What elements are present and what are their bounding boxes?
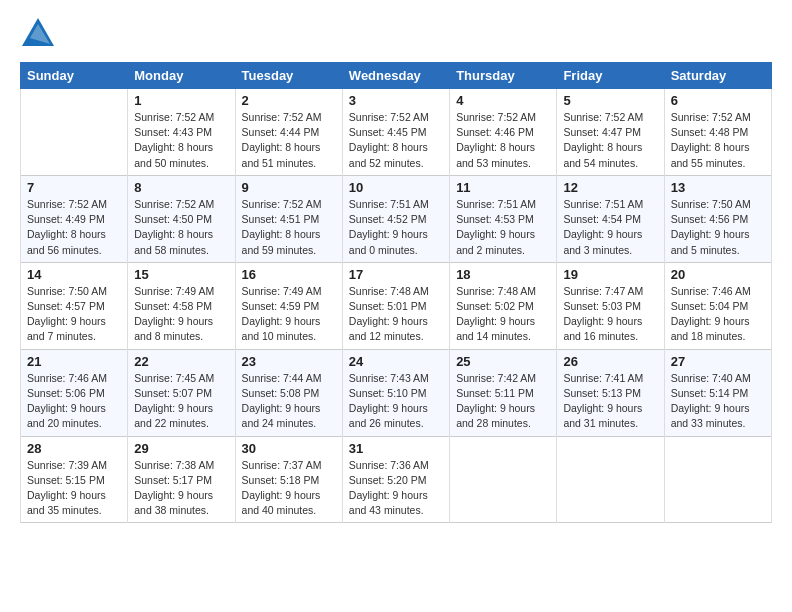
- day-info: Sunrise: 7:39 AMSunset: 5:15 PMDaylight:…: [27, 458, 121, 519]
- calendar-header: SundayMondayTuesdayWednesdayThursdayFrid…: [21, 63, 772, 89]
- day-info: Sunrise: 7:36 AMSunset: 5:20 PMDaylight:…: [349, 458, 443, 519]
- day-cell: 15Sunrise: 7:49 AMSunset: 4:58 PMDayligh…: [128, 262, 235, 349]
- day-info: Sunrise: 7:41 AMSunset: 5:13 PMDaylight:…: [563, 371, 657, 432]
- day-info: Sunrise: 7:44 AMSunset: 5:08 PMDaylight:…: [242, 371, 336, 432]
- day-number: 10: [349, 180, 443, 195]
- day-cell: 2Sunrise: 7:52 AMSunset: 4:44 PMDaylight…: [235, 89, 342, 176]
- calendar-table: SundayMondayTuesdayWednesdayThursdayFrid…: [20, 62, 772, 523]
- day-number: 8: [134, 180, 228, 195]
- day-number: 20: [671, 267, 765, 282]
- day-cell: 5Sunrise: 7:52 AMSunset: 4:47 PMDaylight…: [557, 89, 664, 176]
- week-row-4: 28Sunrise: 7:39 AMSunset: 5:15 PMDayligh…: [21, 436, 772, 523]
- day-number: 9: [242, 180, 336, 195]
- day-cell: 17Sunrise: 7:48 AMSunset: 5:01 PMDayligh…: [342, 262, 449, 349]
- day-cell: 9Sunrise: 7:52 AMSunset: 4:51 PMDaylight…: [235, 175, 342, 262]
- day-info: Sunrise: 7:46 AMSunset: 5:04 PMDaylight:…: [671, 284, 765, 345]
- day-cell: 1Sunrise: 7:52 AMSunset: 4:43 PMDaylight…: [128, 89, 235, 176]
- day-info: Sunrise: 7:52 AMSunset: 4:51 PMDaylight:…: [242, 197, 336, 258]
- day-cell: 11Sunrise: 7:51 AMSunset: 4:53 PMDayligh…: [450, 175, 557, 262]
- day-info: Sunrise: 7:52 AMSunset: 4:48 PMDaylight:…: [671, 110, 765, 171]
- day-info: Sunrise: 7:49 AMSunset: 4:59 PMDaylight:…: [242, 284, 336, 345]
- day-cell: 19Sunrise: 7:47 AMSunset: 5:03 PMDayligh…: [557, 262, 664, 349]
- day-info: Sunrise: 7:42 AMSunset: 5:11 PMDaylight:…: [456, 371, 550, 432]
- calendar-body: 1Sunrise: 7:52 AMSunset: 4:43 PMDaylight…: [21, 89, 772, 523]
- header-cell-wednesday: Wednesday: [342, 63, 449, 89]
- header-row-days: SundayMondayTuesdayWednesdayThursdayFrid…: [21, 63, 772, 89]
- day-cell: 21Sunrise: 7:46 AMSunset: 5:06 PMDayligh…: [21, 349, 128, 436]
- day-info: Sunrise: 7:50 AMSunset: 4:56 PMDaylight:…: [671, 197, 765, 258]
- day-number: 15: [134, 267, 228, 282]
- day-cell: 14Sunrise: 7:50 AMSunset: 4:57 PMDayligh…: [21, 262, 128, 349]
- day-info: Sunrise: 7:51 AMSunset: 4:52 PMDaylight:…: [349, 197, 443, 258]
- day-number: 19: [563, 267, 657, 282]
- day-cell: 26Sunrise: 7:41 AMSunset: 5:13 PMDayligh…: [557, 349, 664, 436]
- day-info: Sunrise: 7:48 AMSunset: 5:01 PMDaylight:…: [349, 284, 443, 345]
- day-cell: 3Sunrise: 7:52 AMSunset: 4:45 PMDaylight…: [342, 89, 449, 176]
- day-info: Sunrise: 7:40 AMSunset: 5:14 PMDaylight:…: [671, 371, 765, 432]
- header-cell-tuesday: Tuesday: [235, 63, 342, 89]
- day-cell: [21, 89, 128, 176]
- day-number: 2: [242, 93, 336, 108]
- day-cell: 12Sunrise: 7:51 AMSunset: 4:54 PMDayligh…: [557, 175, 664, 262]
- day-cell: 27Sunrise: 7:40 AMSunset: 5:14 PMDayligh…: [664, 349, 771, 436]
- day-number: 27: [671, 354, 765, 369]
- day-cell: 6Sunrise: 7:52 AMSunset: 4:48 PMDaylight…: [664, 89, 771, 176]
- day-number: 31: [349, 441, 443, 456]
- day-info: Sunrise: 7:45 AMSunset: 5:07 PMDaylight:…: [134, 371, 228, 432]
- day-number: 18: [456, 267, 550, 282]
- day-number: 13: [671, 180, 765, 195]
- day-number: 30: [242, 441, 336, 456]
- day-info: Sunrise: 7:52 AMSunset: 4:45 PMDaylight:…: [349, 110, 443, 171]
- day-number: 29: [134, 441, 228, 456]
- day-cell: 8Sunrise: 7:52 AMSunset: 4:50 PMDaylight…: [128, 175, 235, 262]
- day-info: Sunrise: 7:52 AMSunset: 4:47 PMDaylight:…: [563, 110, 657, 171]
- day-number: 23: [242, 354, 336, 369]
- logo: [20, 16, 60, 52]
- day-number: 28: [27, 441, 121, 456]
- day-info: Sunrise: 7:49 AMSunset: 4:58 PMDaylight:…: [134, 284, 228, 345]
- day-cell: 13Sunrise: 7:50 AMSunset: 4:56 PMDayligh…: [664, 175, 771, 262]
- day-cell: 28Sunrise: 7:39 AMSunset: 5:15 PMDayligh…: [21, 436, 128, 523]
- header-cell-friday: Friday: [557, 63, 664, 89]
- day-number: 24: [349, 354, 443, 369]
- day-info: Sunrise: 7:50 AMSunset: 4:57 PMDaylight:…: [27, 284, 121, 345]
- day-info: Sunrise: 7:51 AMSunset: 4:54 PMDaylight:…: [563, 197, 657, 258]
- day-cell: 25Sunrise: 7:42 AMSunset: 5:11 PMDayligh…: [450, 349, 557, 436]
- day-number: 7: [27, 180, 121, 195]
- day-cell: 22Sunrise: 7:45 AMSunset: 5:07 PMDayligh…: [128, 349, 235, 436]
- day-number: 17: [349, 267, 443, 282]
- day-cell: [664, 436, 771, 523]
- header-cell-sunday: Sunday: [21, 63, 128, 89]
- day-info: Sunrise: 7:43 AMSunset: 5:10 PMDaylight:…: [349, 371, 443, 432]
- day-info: Sunrise: 7:51 AMSunset: 4:53 PMDaylight:…: [456, 197, 550, 258]
- day-info: Sunrise: 7:52 AMSunset: 4:50 PMDaylight:…: [134, 197, 228, 258]
- header-cell-monday: Monday: [128, 63, 235, 89]
- day-info: Sunrise: 7:38 AMSunset: 5:17 PMDaylight:…: [134, 458, 228, 519]
- day-info: Sunrise: 7:37 AMSunset: 5:18 PMDaylight:…: [242, 458, 336, 519]
- day-cell: 20Sunrise: 7:46 AMSunset: 5:04 PMDayligh…: [664, 262, 771, 349]
- week-row-2: 14Sunrise: 7:50 AMSunset: 4:57 PMDayligh…: [21, 262, 772, 349]
- day-number: 4: [456, 93, 550, 108]
- week-row-0: 1Sunrise: 7:52 AMSunset: 4:43 PMDaylight…: [21, 89, 772, 176]
- day-number: 5: [563, 93, 657, 108]
- day-cell: 31Sunrise: 7:36 AMSunset: 5:20 PMDayligh…: [342, 436, 449, 523]
- day-number: 22: [134, 354, 228, 369]
- day-number: 11: [456, 180, 550, 195]
- day-info: Sunrise: 7:52 AMSunset: 4:46 PMDaylight:…: [456, 110, 550, 171]
- day-cell: 18Sunrise: 7:48 AMSunset: 5:02 PMDayligh…: [450, 262, 557, 349]
- day-number: 26: [563, 354, 657, 369]
- day-info: Sunrise: 7:47 AMSunset: 5:03 PMDaylight:…: [563, 284, 657, 345]
- day-cell: 10Sunrise: 7:51 AMSunset: 4:52 PMDayligh…: [342, 175, 449, 262]
- header-row: [20, 16, 772, 52]
- day-cell: 23Sunrise: 7:44 AMSunset: 5:08 PMDayligh…: [235, 349, 342, 436]
- day-number: 16: [242, 267, 336, 282]
- day-info: Sunrise: 7:48 AMSunset: 5:02 PMDaylight:…: [456, 284, 550, 345]
- day-number: 1: [134, 93, 228, 108]
- day-info: Sunrise: 7:46 AMSunset: 5:06 PMDaylight:…: [27, 371, 121, 432]
- day-number: 25: [456, 354, 550, 369]
- logo-icon: [20, 16, 56, 52]
- day-info: Sunrise: 7:52 AMSunset: 4:43 PMDaylight:…: [134, 110, 228, 171]
- header-cell-saturday: Saturday: [664, 63, 771, 89]
- day-info: Sunrise: 7:52 AMSunset: 4:44 PMDaylight:…: [242, 110, 336, 171]
- page-container: SundayMondayTuesdayWednesdayThursdayFrid…: [0, 0, 792, 533]
